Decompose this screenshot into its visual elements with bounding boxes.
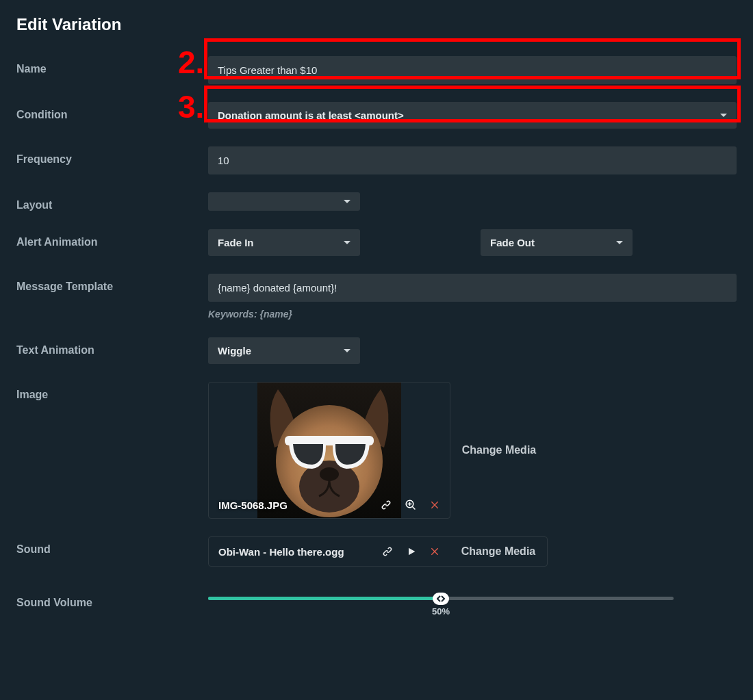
row-frequency: Frequency: [16, 146, 737, 174]
label-sound-volume: Sound Volume: [16, 590, 208, 609]
row-alert-animation: Alert Animation Fade In Fade Out: [16, 229, 737, 256]
condition-value: Donation amount is at least <amount>: [218, 109, 404, 121]
text-animation-value: Wiggle: [218, 345, 251, 357]
change-image-button[interactable]: Change Media: [450, 382, 548, 519]
text-animation-select[interactable]: Wiggle: [208, 337, 360, 364]
message-template-input[interactable]: [208, 274, 737, 302]
row-sound: Sound Obi-Wan - Hello there.ogg Change M…: [16, 536, 737, 567]
chevron-down-icon: [616, 241, 623, 244]
link-icon[interactable]: [381, 545, 394, 558]
play-icon[interactable]: [406, 546, 417, 557]
label-sound: Sound: [16, 536, 208, 556]
svg-point-3: [320, 467, 339, 481]
animation-out-select[interactable]: Fade Out: [481, 229, 633, 256]
image-preview: IMG-5068.JPG: [208, 382, 450, 519]
animation-in-select[interactable]: Fade In: [208, 229, 360, 256]
condition-select[interactable]: Donation amount is at least <amount>: [208, 102, 737, 129]
animation-out-value: Fade Out: [490, 237, 535, 248]
message-template-keywords: Keywords: {name}: [208, 309, 737, 320]
label-message-template: Message Template: [16, 274, 208, 293]
page-title: Edit Variation: [16, 15, 737, 34]
chevron-down-icon: [344, 200, 350, 203]
label-text-animation: Text Animation: [16, 337, 208, 357]
animation-in-value: Fade In: [218, 237, 254, 248]
change-sound-button[interactable]: Change Media: [450, 537, 547, 566]
label-image: Image: [16, 382, 208, 401]
sound-filename: Obi-Wan - Hello there.ogg: [218, 546, 344, 558]
chevron-down-icon: [344, 349, 350, 352]
row-condition: Condition Donation amount is at least <a…: [16, 102, 737, 129]
row-sound-volume: Sound Volume 50%: [16, 590, 737, 609]
row-name: Name 2.: [16, 56, 737, 84]
sound-preview: Obi-Wan - Hello there.ogg: [209, 537, 450, 566]
zoom-icon[interactable]: [405, 499, 417, 511]
label-frequency: Frequency: [16, 146, 208, 166]
label-alert-animation: Alert Animation: [16, 229, 208, 248]
name-input[interactable]: [208, 56, 737, 84]
volume-slider-thumb[interactable]: [433, 593, 449, 605]
frequency-input[interactable]: [208, 146, 737, 174]
label-layout: Layout: [16, 192, 208, 211]
remove-icon[interactable]: [429, 500, 440, 510]
link-icon[interactable]: [380, 499, 392, 511]
volume-slider[interactable]: [208, 597, 674, 600]
chevron-down-icon: [720, 114, 727, 117]
row-layout: Layout: [16, 192, 737, 211]
annotation-step-3: 3.: [178, 88, 204, 125]
row-image: Image: [16, 382, 737, 519]
volume-percent: 50%: [432, 606, 450, 617]
annotation-step-2: 2.: [178, 44, 204, 81]
row-message-template: Message Template Keywords: {name}: [16, 274, 737, 320]
image-filename: IMG-5068.JPG: [218, 500, 288, 511]
chevron-down-icon: [344, 241, 350, 244]
row-text-animation: Text Animation Wiggle: [16, 337, 737, 364]
layout-select[interactable]: [208, 192, 360, 211]
remove-icon[interactable]: [429, 546, 440, 557]
